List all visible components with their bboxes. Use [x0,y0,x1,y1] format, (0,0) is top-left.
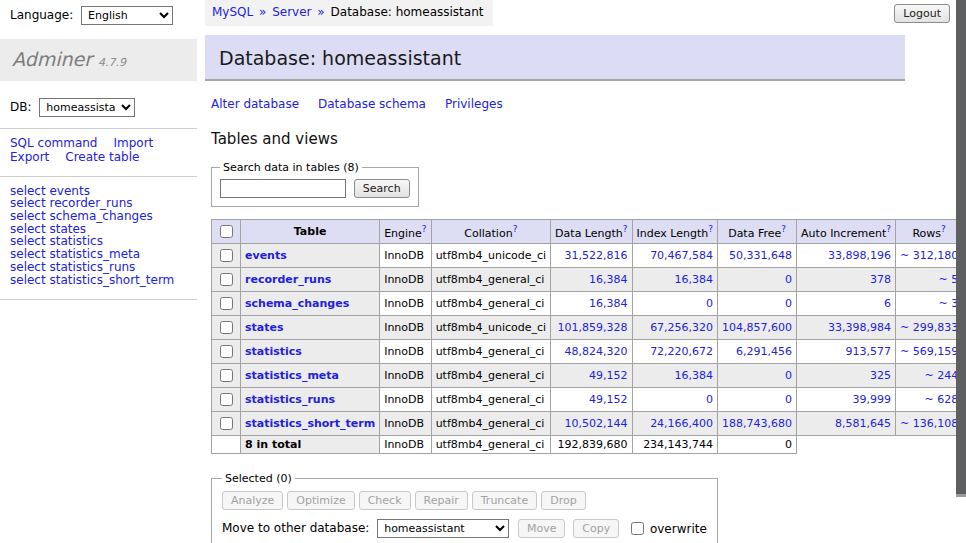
index-length-link[interactable]: 24,166,400 [650,417,713,430]
column-help-link[interactable]: ? [422,224,427,234]
data-free-link[interactable]: 0 [785,297,792,310]
data-length-link[interactable]: 49,152 [589,393,628,406]
rows-link[interactable]: ~ 244 [924,369,958,382]
data-free-link[interactable]: 50,331,648 [729,249,792,262]
sidebar: Language: English Adminer 4.7.9 DB: home… [0,0,197,300]
sidebar-link-sql-command[interactable]: SQL command [10,137,97,151]
auto-increment-link[interactable]: 33,898,196 [828,249,891,262]
data-length-link[interactable]: 31,522,816 [565,249,628,262]
row-checkbox[interactable] [220,297,233,310]
auto-increment-link[interactable]: 33,398,984 [828,321,891,334]
scrollbar-thumb[interactable] [956,0,966,494]
data-free-link[interactable]: 0 [785,273,792,286]
column-help-link[interactable]: ? [708,224,713,234]
rows-link[interactable]: ~ 136,108 [900,417,958,430]
data-length-link[interactable]: 16,384 [589,297,628,310]
row-checkbox[interactable] [220,393,233,406]
breadcrumb-link-mysql[interactable]: MySQL [212,5,253,19]
auto-increment-link[interactable]: 913,577 [846,345,892,358]
row-checkbox[interactable] [220,273,233,286]
select-all-checkbox[interactable] [220,225,233,238]
search-button[interactable]: Search [354,179,410,198]
collation-cell: utf8mb4_general_ci [431,388,550,412]
row-checkbox-cell [212,412,241,436]
action-link-database-schema[interactable]: Database schema [318,97,426,111]
table-link-events[interactable]: events [245,249,287,262]
rows-link[interactable]: ~ 628 [924,393,958,406]
language-select[interactable]: English [81,6,173,25]
index-length-link[interactable]: 70,467,584 [650,249,713,262]
data-length-link[interactable]: 10,502,144 [565,417,628,430]
sidebar-link-export[interactable]: Export [10,151,49,165]
table-link-statistics-runs[interactable]: statistics_runs [245,393,335,406]
column-help-link[interactable]: ? [623,224,628,234]
rows-link[interactable]: ~ 569,159 [900,345,958,358]
truncate-button: Truncate [472,491,537,510]
table-link-statistics-meta[interactable]: statistics_meta [245,369,339,382]
data-length-link[interactable]: 101,859,328 [558,321,628,334]
auto-increment-link[interactable]: 39,999 [853,393,892,406]
move-button: Move [518,519,566,538]
data-free-link[interactable]: 0 [785,369,792,382]
row-checkbox[interactable] [220,321,233,334]
table-link-states[interactable]: states [245,321,284,334]
action-link-privileges[interactable]: Privileges [445,97,503,111]
rows-link[interactable]: ~ 299,833 [900,321,958,334]
rows-cell: ~ 569,159 [896,340,963,364]
data-free-cell: 104,857,600 [718,316,797,340]
overwrite-checkbox[interactable] [631,522,644,535]
column-help-link[interactable]: ? [513,224,518,234]
row-checkbox[interactable] [220,345,233,358]
table-link-schema-changes[interactable]: schema_changes [245,297,349,310]
row-checkbox[interactable] [220,417,233,430]
column-help-link[interactable]: ? [781,224,786,234]
auto-increment-cell: 8,581,645 [797,412,896,436]
table-link-statistics[interactable]: statistics [245,345,302,358]
data-free-link[interactable]: 6,291,456 [736,345,792,358]
data-length-link[interactable]: 48,824,320 [565,345,628,358]
search-legend: Search data in tables (8) [220,161,362,174]
column-header-data-length: Data Length? [551,220,632,244]
index-length-link[interactable]: 0 [706,393,713,406]
language-bar: Language: English [0,0,197,32]
data-free-link[interactable]: 188,743,680 [722,417,792,430]
row-checkbox-cell [212,388,241,412]
column-help-link[interactable]: ? [941,224,946,234]
auto-increment-link[interactable]: 8,581,645 [835,417,891,430]
index-length-link[interactable]: 16,384 [675,369,714,382]
engine-cell: InnoDB [380,316,431,340]
search-input[interactable] [220,179,346,198]
table-link-recorder-runs[interactable]: recorder_runs [245,273,331,286]
db-select[interactable]: homeassistant [39,98,135,117]
index-length-link[interactable]: 72,220,672 [650,345,713,358]
row-checkbox[interactable] [220,369,233,382]
row-checkbox[interactable] [220,249,233,262]
action-link-alter-database[interactable]: Alter database [211,97,299,111]
index-length-link[interactable]: 16,384 [675,273,714,286]
sidebar-link-select-statistics-short-term[interactable]: select statistics_short_term [10,273,174,287]
auto-increment-link[interactable]: 6 [884,297,891,310]
index-length-link[interactable]: 67,256,320 [650,321,713,334]
column-help-link[interactable]: ? [886,224,891,234]
data-free-link[interactable]: 104,857,600 [722,321,792,334]
total-index-length-cell: 234,143,744 [632,436,718,454]
rows-link[interactable]: ~ 312,180 [900,249,958,262]
table-row: statistics_runsInnoDButf8mb4_general_ci4… [212,388,966,412]
breadcrumb: MySQL » Server » Database: homeassistant [205,0,493,26]
sidebar-link-import[interactable]: Import [113,137,153,151]
table-name-cell: statistics_short_term [241,412,380,436]
index-length-link[interactable]: 0 [706,297,713,310]
auto-increment-link[interactable]: 378 [870,273,891,286]
move-database-select[interactable]: homeassistant [377,519,509,538]
data-free-link[interactable]: 0 [785,393,792,406]
auto-increment-link[interactable]: 325 [870,369,891,382]
index-length-cell: 0 [632,292,718,316]
sidebar-link-create-table[interactable]: Create table [65,151,139,165]
vertical-scrollbar[interactable] [956,0,966,543]
table-name-cell: statistics [241,340,380,364]
breadcrumb-link-server[interactable]: Server [272,5,311,19]
data-length-cell: 48,824,320 [551,340,632,364]
data-length-link[interactable]: 49,152 [589,369,628,382]
data-length-link[interactable]: 16,384 [589,273,628,286]
table-link-statistics-short-term[interactable]: statistics_short_term [245,417,375,430]
